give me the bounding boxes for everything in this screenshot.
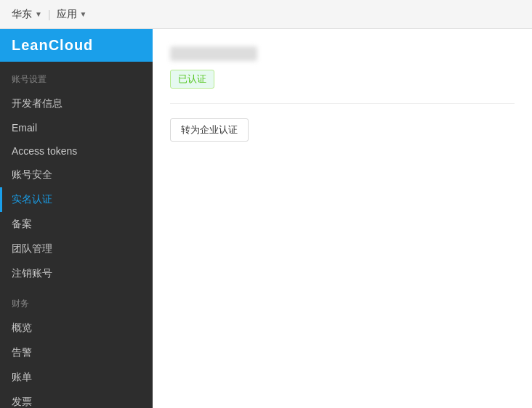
region-chevron: ▼ — [35, 10, 42, 18]
region-selector[interactable]: 华东 — [12, 8, 32, 21]
sidebar-item-access-tokens[interactable]: Access tokens — [0, 139, 153, 163]
sidebar-item-label: 账单 — [12, 371, 32, 384]
header: 华东 ▼ | 应用 ▼ — [0, 0, 532, 29]
verified-badge: 已认证 — [170, 70, 214, 89]
sidebar-item-account-security[interactable]: 账号安全 — [0, 163, 153, 187]
sidebar-item-label: 团队管理 — [12, 242, 52, 256]
sidebar-item-label: 开发者信息 — [12, 97, 63, 110]
sidebar-item-alerts[interactable]: 告警 — [0, 340, 153, 365]
sidebar-item-real-name[interactable]: 实名认证 — [0, 187, 153, 212]
app-selector[interactable]: 应用 — [57, 8, 77, 21]
sidebar-item-overview[interactable]: 概览 — [0, 316, 153, 340]
sidebar-item-label: 概览 — [12, 322, 32, 335]
sidebar-item-label: 备案 — [12, 218, 32, 231]
account-section-title: 账号设置 — [0, 62, 153, 91]
sidebar-item-beian[interactable]: 备案 — [0, 212, 153, 237]
sidebar-logo: LeanCloud — [0, 29, 153, 62]
divider — [170, 103, 515, 104]
header-nav: 华东 ▼ | 应用 ▼ — [12, 8, 86, 21]
sidebar-item-label: 实名认证 — [12, 193, 52, 206]
sidebar-item-label: 注销账号 — [12, 267, 52, 280]
app-chevron: ▼ — [80, 10, 87, 18]
main-layout: LeanCloud 账号设置 开发者信息 Email Access tokens… — [0, 29, 532, 408]
sidebar-item-team-management[interactable]: 团队管理 — [0, 237, 153, 261]
sidebar-item-label: 告警 — [12, 346, 32, 359]
sidebar-item-label: 发票 — [12, 396, 32, 408]
sidebar: LeanCloud 账号设置 开发者信息 Email Access tokens… — [0, 29, 153, 408]
finance-section-title: 财务 — [0, 286, 153, 316]
sidebar-item-label: 账号安全 — [12, 168, 52, 181]
sidebar-item-email[interactable]: Email — [0, 116, 153, 139]
user-name-blurred — [170, 46, 257, 61]
sidebar-item-invoice[interactable]: 发票 — [0, 390, 153, 408]
sidebar-item-label: Access tokens — [12, 145, 77, 157]
convert-to-enterprise-button[interactable]: 转为企业认证 — [170, 118, 249, 142]
sidebar-item-cancel-account[interactable]: 注销账号 — [0, 261, 153, 286]
sidebar-item-bills[interactable]: 账单 — [0, 365, 153, 390]
sidebar-item-label: Email — [12, 122, 37, 134]
sidebar-item-developer-info[interactable]: 开发者信息 — [0, 91, 153, 116]
main-content: 已认证 转为企业认证 — [153, 29, 532, 408]
